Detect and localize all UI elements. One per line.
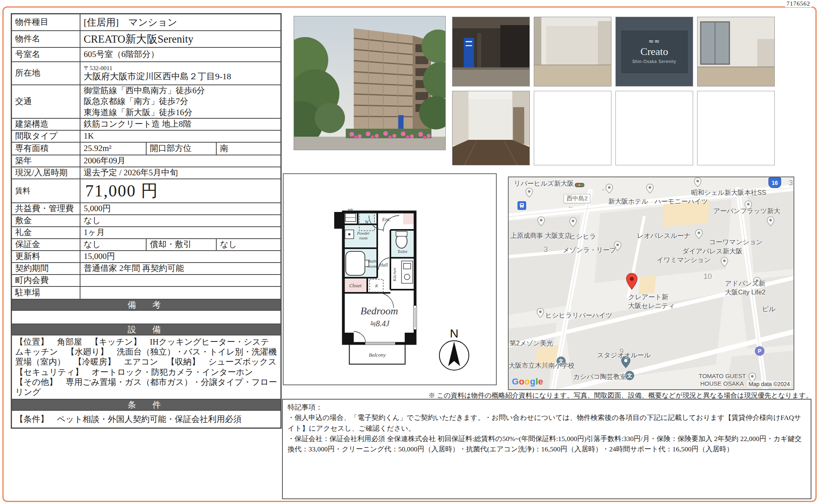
map-pin-icon xyxy=(721,257,728,267)
map-label: 第2メゾン美光 xyxy=(509,339,553,348)
map-label: 大阪City Life2 xyxy=(725,288,766,297)
map-pin-icon xyxy=(646,184,654,194)
row-label: 間取タイプ xyxy=(12,131,80,142)
plan-label-closet: Closet xyxy=(349,283,362,288)
rent-amount: 71,000 円 xyxy=(80,179,280,202)
thumb-creato-sign-photo: ≈≈ Creato Shin-Osaka Serenity xyxy=(615,17,693,86)
map-label: アーバンフラッツ新大 xyxy=(713,207,780,216)
row-label: 賃料 xyxy=(12,179,80,202)
map-label: イワミマンション xyxy=(657,256,711,265)
interior-illustration-1 xyxy=(534,17,611,86)
row-renewal-fee: 更新料 15,000円 xyxy=(12,251,280,263)
row-deposit: 敷金 なし xyxy=(12,215,280,227)
empty-photo-slot-3 xyxy=(697,91,775,165)
row-label: 専有面積 xyxy=(12,143,80,155)
thumb-interior-photo-2 xyxy=(697,17,775,86)
empty-photo-slot-2 xyxy=(615,91,693,165)
row-value: 25.92m² xyxy=(80,143,146,155)
equipment-header-bar: 設 備 xyxy=(12,324,280,335)
access-line: 東海道線「新大阪」徒歩16分 xyxy=(84,107,192,118)
map-label: ビル xyxy=(762,305,776,314)
plan-label-bath-1: Bath xyxy=(368,259,376,263)
row-value: CREATO新大阪Serenity xyxy=(80,31,280,47)
empty-photo-slot-1 xyxy=(534,91,611,165)
property-spec-table: 物件種目 [住居用] マンション 物件名 CREATO新大阪Serenity 号… xyxy=(11,13,282,429)
row-value-2: 南 xyxy=(217,143,280,155)
map-label: クレアート新 xyxy=(628,293,668,302)
google-logo-letter: G xyxy=(512,377,519,386)
compass-n-label: N xyxy=(450,327,458,340)
google-logo: Google xyxy=(512,377,543,387)
map-label: ヒシヒラリバーハイツ xyxy=(545,311,612,320)
row-label: 所在地 xyxy=(12,62,80,84)
row-value: 〒532-0011 大阪府大阪市淀川区西中島２丁目9-18 xyxy=(80,62,280,84)
property-listing-sheet: 7176562 物件種目 [住居用] マンション 物件名 CREATO新大阪Se… xyxy=(0,0,819,504)
map-label: ダイアパレス新大阪 xyxy=(682,247,743,256)
row-value: 1ヶ月 xyxy=(80,227,280,238)
row-built-year: 築年 2006年09月 xyxy=(12,155,280,167)
interior-illustration-2 xyxy=(698,17,774,86)
thumb-interior-photo-1 xyxy=(534,17,611,86)
access-line: 阪急京都線「南方」徒歩7分 xyxy=(84,96,188,107)
map-label: ヒシヒラ xyxy=(569,232,596,241)
plan-label-bedroom: Bedroom xyxy=(361,305,398,317)
map-pin-icon xyxy=(525,188,533,198)
row-layout: 間取タイプ 1K xyxy=(12,131,280,143)
row-area: 専有面積 25.92m² 開口部方位 南 xyxy=(12,143,280,155)
row-value: 15,000円 xyxy=(80,251,280,262)
sign-brand-text: Creato xyxy=(641,46,668,58)
map-label: コーワマンション xyxy=(709,238,763,247)
special-notes-title: 特記事項： xyxy=(288,402,806,412)
plan-label-w: W xyxy=(365,219,369,225)
map-label: 昭和シェル新大阪本社SS xyxy=(691,188,766,197)
row-guarantee: 保証金 なし 償却・敷引 なし xyxy=(12,239,280,251)
row-value: 605号室（6階部分） xyxy=(80,48,280,61)
row-value: 御堂筋線「西中島南方」徒歩6分 阪急京都線「南方」徒歩7分 東海道線「新大阪」徒… xyxy=(80,85,280,118)
row-parking: 駐車場 xyxy=(12,287,280,300)
row-label: 現況/入居時期 xyxy=(12,167,80,178)
map-label: アドバンス新 xyxy=(725,279,765,288)
creato-wave-logo-icon: ≈≈ xyxy=(649,39,660,43)
plan-label-hall: Hall xyxy=(379,262,388,268)
building-exterior-illustration xyxy=(294,16,445,150)
map-attribution: Map data ©2024 xyxy=(747,381,791,387)
equipment-content: 【位置】 角部屋 【キッチン】 IHクッキングヒーター・システムキッチン 【水廻… xyxy=(12,335,280,400)
row-label: 更新料 xyxy=(12,251,80,262)
special-notes-line-2: ・保証会社：保証会社利用必須 全保連株式会社 初回保証料:総賃料の50%~(年間… xyxy=(288,433,806,455)
row-label: 契約期間 xyxy=(12,263,80,274)
row-value: 2006年09月 xyxy=(80,155,280,167)
row-property-name: 物件名 CREATO新大阪Serenity xyxy=(12,31,280,48)
row-label: 物件種目 xyxy=(12,14,80,30)
row-value: [住居用] マンション xyxy=(80,14,280,30)
sign-subtitle-text: Shin-Osaka Serenity xyxy=(632,59,676,64)
map-pin-icon xyxy=(537,216,545,226)
plan-label-mb: MB xyxy=(347,208,353,212)
plan-label-bath-2: room xyxy=(368,264,377,269)
row-contract-term: 契約期間 普通借家 2年間 再契約可能 xyxy=(12,263,280,275)
row-value: 1K xyxy=(80,131,280,142)
conditions-header-bar: 条 件 xyxy=(12,400,280,411)
plan-label-toilet: Toilet xyxy=(398,249,408,254)
map-pin-icon xyxy=(767,216,774,226)
remarks-header-bar: 備 考 xyxy=(12,300,280,311)
row-value: 鉄筋コンクリート造 地上8階 xyxy=(80,119,280,130)
row-value xyxy=(80,287,280,299)
creato-sign: ≈≈ Creato Shin-Osaka Serenity xyxy=(616,17,693,86)
row-access: 交通 御堂筋線「西中島南方」徒歩6分 阪急京都線「南方」徒歩7分 東海道線「新大… xyxy=(12,85,280,119)
plan-label-entrance: Ent. xyxy=(382,216,390,222)
thumb-entrance-photo xyxy=(452,17,530,86)
entrance-illustration xyxy=(453,17,529,86)
conditions-content: 【条件】 ペット相談・外国人契約可能・保証会社利用必須 xyxy=(12,411,280,428)
floor-plan: MB W Ent. Powder room Bath room Toilet H… xyxy=(283,173,497,385)
row-label: 物件名 xyxy=(12,31,80,47)
traffic-signal-icon xyxy=(575,183,584,187)
special-notes-line-1: ・個人申込の場合、「電子契約くん」でご契約いただきます。・お問い合わせについては… xyxy=(288,412,806,433)
map-overlay: リバーヒルズ新大阪西中島2新大阪ホテルハーモニーハイツ昭和シェル新大阪本社SS3… xyxy=(509,177,794,389)
plan-label-refrigerator: R xyxy=(375,283,378,288)
access-line: 御堂筋線「西中島南方」徒歩6分 xyxy=(84,85,205,96)
row-structure: 建築構造 鉄筋コンクリート造 地上8階 xyxy=(12,119,280,131)
row-address: 所在地 〒532-0011 大阪府大阪市淀川区西中島２丁目9-18 xyxy=(12,62,280,85)
floor-plan-drawing: MB W Ent. Powder room Bath room Toilet H… xyxy=(284,174,494,383)
row-town-fee: 町内会費 xyxy=(12,275,280,287)
map-label: メゾンラ・リーブ xyxy=(563,246,616,255)
